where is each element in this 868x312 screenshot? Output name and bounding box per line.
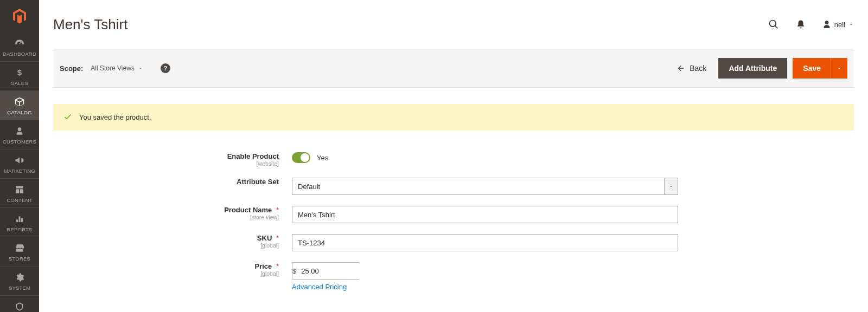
add-attribute-button[interactable]: Add Attribute (718, 58, 787, 79)
attribute-set-dropdown-toggle[interactable] (664, 178, 678, 195)
required-indicator: * (276, 262, 279, 270)
header-actions: neil (768, 19, 854, 30)
sidebar-item-label: CUSTOMERS (3, 139, 36, 145)
megaphone-icon (14, 155, 25, 166)
attribute-set-label: Attribute Set (237, 178, 279, 186)
sidebar-item-catalog[interactable]: CATALOG (0, 90, 39, 120)
sidebar-item-marketing[interactable]: MARKETING (0, 149, 39, 178)
bars-icon (14, 213, 25, 224)
sidebar-item-label: SYSTEM (9, 285, 30, 291)
person-icon (14, 126, 25, 136)
sidebar-item-customers[interactable]: CUSTOMERS (0, 120, 39, 149)
chevron-down-icon (836, 65, 843, 72)
product-form: Enable Product [website] Yes Attribute S… (53, 147, 854, 296)
arrow-left-icon (676, 64, 685, 73)
save-dropdown-toggle[interactable] (831, 58, 847, 79)
main-content: Men's Tshirt neil Scope: All Stor (39, 0, 868, 312)
help-icon[interactable]: ? (161, 63, 170, 73)
svg-text:$: $ (17, 68, 22, 77)
attribute-set-select[interactable] (292, 178, 664, 195)
dashboard-icon (14, 38, 25, 49)
sidebar-item-label: DASHBOARD (3, 51, 36, 57)
enable-product-hint: [website] (53, 160, 279, 167)
storefront-icon (14, 243, 25, 253)
magento-logo-icon (11, 8, 28, 25)
sidebar-item-sales[interactable]: $ SALES (0, 61, 39, 90)
user-icon (822, 20, 831, 29)
scope-value[interactable]: All Store Views (91, 64, 143, 72)
box-icon (14, 96, 25, 107)
enable-product-value: Yes (317, 154, 328, 162)
scope-selector: Scope: All Store Views ? (60, 63, 170, 73)
scope-label: Scope: (60, 64, 83, 73)
chevron-down-icon (138, 66, 143, 71)
price-label: Price (255, 262, 272, 270)
bell-icon[interactable] (795, 19, 806, 30)
search-icon[interactable] (768, 19, 779, 30)
admin-sidebar: DASHBOARD $ SALES CATALOG CUSTOMERS MARK… (0, 0, 39, 312)
required-indicator: * (276, 234, 279, 242)
user-name: neil (834, 21, 845, 29)
chevron-down-icon (668, 184, 674, 189)
price-input[interactable] (297, 263, 397, 279)
chevron-down-icon (848, 22, 854, 27)
user-menu[interactable]: neil (822, 20, 854, 29)
sidebar-item-content[interactable]: CONTENT (0, 178, 39, 207)
price-input-wrap: $ (292, 262, 359, 280)
field-sku: SKU * [global] (53, 229, 854, 257)
sidebar-item-dashboard[interactable]: DASHBOARD (0, 32, 39, 61)
save-button-group: Save (793, 58, 847, 79)
product-name-hint: [store view] (53, 214, 279, 220)
field-price: Price * [global] $ Advanced Pricing (53, 257, 854, 296)
save-button[interactable]: Save (793, 58, 831, 79)
sidebar-item-label: STORES (9, 256, 30, 262)
check-icon (63, 112, 73, 123)
sidebar-item-label: SALES (11, 80, 28, 86)
sidebar-item-stores[interactable]: STORES (0, 237, 39, 266)
page-title: Men's Tshirt (53, 16, 127, 33)
price-hint: [global] (53, 270, 279, 277)
brand-logo[interactable] (0, 0, 39, 32)
field-enable-product: Enable Product [website] Yes (53, 147, 854, 172)
field-product-name: Product Name * [store view] (53, 200, 854, 229)
sku-hint: [global] (53, 242, 279, 249)
currency-symbol: $ (292, 267, 297, 275)
success-text: You saved the product. (79, 113, 151, 121)
dollar-icon: $ (14, 67, 25, 78)
back-button[interactable]: Back (676, 64, 706, 73)
advanced-pricing-link[interactable]: Advanced Pricing (292, 283, 347, 291)
sidebar-item-label: REPORTS (7, 226, 32, 232)
page-header: Men's Tshirt neil (53, 0, 854, 49)
success-message: You saved the product. (53, 104, 854, 131)
product-name-label: Product Name (224, 206, 272, 214)
sidebar-item-label: MARKETING (4, 168, 35, 174)
handshake-icon (14, 301, 25, 312)
sidebar-item-system[interactable]: SYSTEM (0, 266, 39, 295)
sidebar-item-reports[interactable]: REPORTS (0, 207, 39, 237)
field-attribute-set: Attribute Set (53, 172, 854, 200)
enable-product-label: Enable Product (227, 152, 279, 160)
sidebar-item-partners[interactable]: FIND PARTNERS (0, 295, 39, 312)
action-bar: Scope: All Store Views ? Back Add Attrib… (53, 49, 854, 88)
required-indicator: * (276, 206, 279, 214)
product-name-input[interactable] (292, 206, 678, 223)
sku-label: SKU (257, 234, 272, 242)
sidebar-item-label: CONTENT (7, 197, 32, 203)
page-actions: Back Add Attribute Save (676, 58, 847, 79)
enable-product-toggle[interactable] (292, 152, 310, 163)
sku-input[interactable] (292, 234, 678, 251)
sidebar-item-label: CATALOG (7, 109, 31, 115)
gear-icon (14, 272, 25, 283)
layout-icon (14, 184, 25, 195)
